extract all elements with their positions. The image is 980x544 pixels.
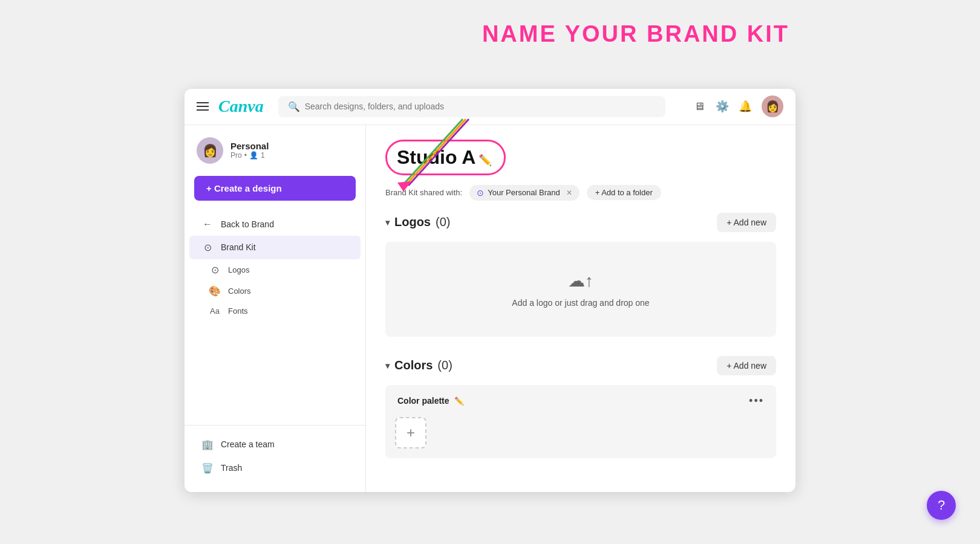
palette-edit-icon[interactable]: ✏️: [454, 397, 464, 406]
colors-count: (0): [437, 358, 452, 372]
search-bar: 🔍: [278, 96, 665, 117]
logos-chevron-icon[interactable]: ▾: [385, 218, 390, 227]
sidebar-bottom: 🏢 Create a team 🗑️ Trash: [185, 425, 365, 480]
fonts-icon: Aa: [209, 306, 221, 316]
trash-icon: 🗑️: [201, 462, 214, 474]
settings-icon[interactable]: ⚙️: [716, 100, 729, 113]
upload-empty-text: Add a logo or just drag and drop one: [512, 298, 649, 308]
sidebar-logos-label: Logos: [228, 265, 249, 274]
colors-title-text: Colors: [394, 358, 433, 372]
brand-header: Studio A ✏️ Brand Kit shared with: ⊙ You…: [385, 140, 776, 201]
back-arrow-icon: ←: [201, 219, 214, 230]
palette-colors-row: +: [385, 417, 776, 458]
brand-name-row: Studio A ✏️: [385, 140, 776, 175]
sidebar-item-logos[interactable]: ⊙ Logos: [185, 259, 365, 280]
palette-header: Color palette ✏️ •••: [385, 385, 776, 417]
brand-name-edit-icon[interactable]: ✏️: [479, 154, 492, 166]
palette-title: Color palette ✏️: [397, 396, 464, 406]
search-icon: 🔍: [288, 101, 300, 112]
app-header: Canva 🔍 🖥 ⚙️ 🔔 👩: [185, 89, 795, 125]
monitor-icon[interactable]: 🖥: [693, 100, 706, 113]
search-input[interactable]: [305, 102, 656, 111]
sidebar-item-colors[interactable]: 🎨 Colors: [185, 280, 365, 302]
shared-tag-close-button[interactable]: ✕: [566, 189, 572, 197]
app-layout: 👩 Personal Pro • 👤 1 + Create a design ←: [185, 125, 795, 492]
sidebar-item-trash[interactable]: 🗑️ Trash: [189, 456, 361, 480]
user-plan: Pro • 👤 1: [230, 151, 269, 160]
create-team-icon: 🏢: [201, 439, 214, 450]
logos-count: (0): [436, 215, 450, 229]
sidebar-user-avatar: 👩: [197, 137, 223, 164]
sidebar-item-create-team[interactable]: 🏢 Create a team: [189, 433, 361, 456]
annotation-title: NAME YOUR BRAND KIT: [482, 21, 789, 47]
shared-brand-name: Your Personal Brand: [488, 188, 560, 197]
create-design-button[interactable]: + Create a design: [194, 176, 356, 201]
sidebar-back-label: Back to Brand: [221, 219, 274, 229]
bell-icon[interactable]: 🔔: [739, 100, 752, 113]
sidebar-fonts-label: Fonts: [228, 306, 248, 316]
header-icons: 🖥 ⚙️ 🔔 👩: [693, 96, 783, 117]
brand-shared-row: Brand Kit shared with: ⊙ Your Personal B…: [385, 185, 776, 201]
logos-add-new-button[interactable]: + Add new: [717, 213, 776, 232]
add-to-folder-button[interactable]: + Add to a folder: [587, 185, 661, 200]
sidebar-item-fonts[interactable]: Aa Fonts: [185, 302, 365, 320]
logos-title-text: Logos: [394, 215, 431, 229]
colors-section-header: ▾ Colors (0) + Add new: [385, 356, 776, 375]
sidebar-item-brand-kit[interactable]: ⊙ Brand Kit: [189, 236, 361, 259]
color-add-button[interactable]: +: [395, 417, 426, 448]
brand-name: Studio A: [397, 146, 475, 168]
colors-section: ▾ Colors (0) + Add new Color palette ✏️: [385, 356, 776, 458]
shared-label: Brand Kit shared with:: [385, 188, 462, 197]
sidebar-trash-label: Trash: [221, 463, 242, 473]
main-window: Canva 🔍 🖥 ⚙️ 🔔 👩 👩 Personal: [185, 89, 795, 492]
logos-upload-area[interactable]: ☁↑ Add a logo or just drag and drop one: [385, 242, 776, 337]
shared-tag: ⊙ Your Personal Brand ✕: [469, 185, 580, 201]
sidebar: 👩 Personal Pro • 👤 1 + Create a design ←: [185, 125, 366, 492]
logos-section: ▾ Logos (0) + Add new ☁↑ Add a logo or j…: [385, 213, 776, 337]
main-content: Studio A ✏️ Brand Kit shared with: ⊙ You…: [366, 125, 795, 492]
user-section: 👩 Personal Pro • 👤 1: [185, 137, 365, 176]
brand-name-circle: Studio A ✏️: [385, 140, 506, 175]
user-name: Personal: [230, 141, 269, 151]
user-info: Personal Pro • 👤 1: [230, 141, 269, 160]
hamburger-menu[interactable]: [197, 102, 209, 111]
sidebar-colors-label: Colors: [228, 287, 251, 296]
brand-kit-icon: ⊙: [201, 242, 214, 253]
logos-icon: ⊙: [209, 264, 221, 276]
upload-cloud-icon: ☁↑: [568, 271, 593, 291]
shared-brand-icon: ⊙: [477, 188, 484, 198]
colors-add-new-button[interactable]: + Add new: [717, 356, 776, 375]
sidebar-item-back[interactable]: ← Back to Brand: [189, 213, 361, 236]
sidebar-brand-kit-label: Brand Kit: [221, 242, 256, 252]
color-palette-card: Color palette ✏️ ••• +: [385, 385, 776, 458]
palette-more-button[interactable]: •••: [749, 395, 764, 407]
colors-icon: 🎨: [209, 285, 221, 297]
canva-logo: Canva: [218, 97, 264, 116]
user-avatar[interactable]: 👩: [762, 96, 783, 117]
colors-chevron-icon[interactable]: ▾: [385, 361, 390, 371]
colors-section-title: ▾ Colors (0): [385, 358, 452, 372]
logos-section-header: ▾ Logos (0) + Add new: [385, 213, 776, 232]
logos-section-title: ▾ Logos (0): [385, 215, 450, 229]
sidebar-create-team-label: Create a team: [221, 439, 275, 449]
palette-title-text: Color palette: [397, 396, 449, 406]
